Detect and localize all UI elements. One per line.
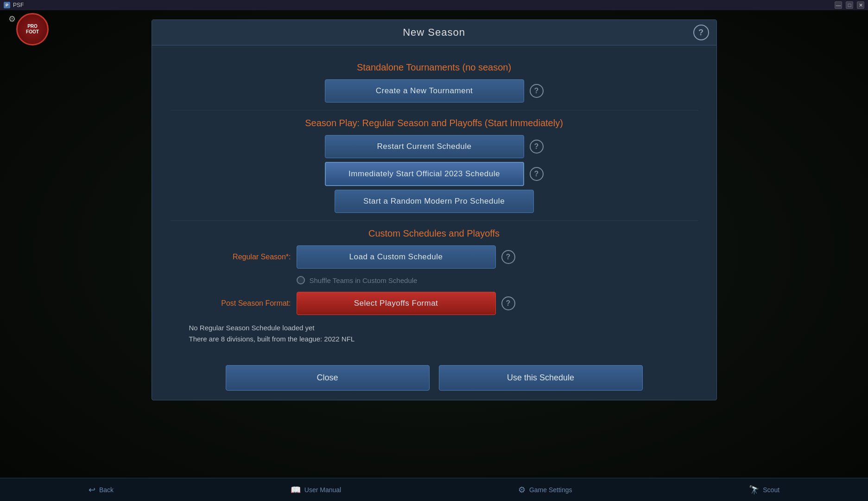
section-divider-2 (171, 220, 698, 221)
close-button[interactable]: ✕ (857, 1, 864, 9)
close-button[interactable]: Close (226, 365, 430, 391)
bottom-nav-back[interactable]: ↩ Back (89, 485, 114, 495)
select-playoffs-help-icon[interactable]: ? (501, 296, 515, 310)
official-2023-row: Immediately Start Official 2023 Schedule… (171, 162, 698, 186)
window-controls: — □ ✕ (835, 1, 864, 9)
custom-section-title: Custom Schedules and Playoffs (171, 228, 698, 239)
game-settings-icon: ⚙ (518, 485, 526, 495)
new-season-modal: New Season ? Standalone Tournaments (no … (152, 19, 717, 400)
modal-header: New Season ? (152, 20, 716, 45)
info-text-area: No Regular Season Schedule loaded yet Th… (171, 319, 698, 348)
back-label: Back (99, 486, 114, 494)
restart-schedule-help-icon[interactable]: ? (530, 140, 544, 154)
app-logo: PROFOOT (16, 13, 53, 45)
regular-season-label: Regular Season*: (198, 253, 291, 261)
official-2023-help-icon[interactable]: ? (530, 167, 544, 181)
select-playoffs-button[interactable]: Select Playoffs Format (297, 292, 496, 315)
shuffle-teams-radio[interactable] (297, 276, 305, 284)
post-season-label: Post Season Format: (198, 299, 291, 308)
app-title-area: P PSF (4, 2, 24, 8)
post-season-row: Post Season Format: Select Playoffs Form… (171, 292, 698, 315)
minimize-button[interactable]: — (835, 1, 842, 9)
load-custom-help-icon[interactable]: ? (501, 250, 515, 264)
standalone-section-title: Standalone Tournaments (no season) (171, 62, 698, 73)
random-schedule-row: Start a Random Modern Pro Schedule (171, 190, 698, 213)
create-tournament-button[interactable]: Create a New Tournament (325, 79, 524, 103)
shuffle-teams-row: Shuffle Teams in Custom Schedule (171, 272, 698, 288)
manual-icon: 📖 (291, 485, 301, 495)
app-icon: P (4, 2, 10, 8)
use-schedule-button[interactable]: Use this Schedule (439, 365, 643, 391)
bottom-navigation-bar: ↩ Back 📖 User Manual ⚙ Game Settings 🔭 S… (0, 478, 868, 501)
manual-label: User Manual (304, 486, 341, 494)
section-divider-1 (171, 110, 698, 110)
settings-icon[interactable]: ⚙ (8, 14, 16, 24)
modal-footer: Close Use this Schedule (152, 358, 716, 391)
official-2023-button[interactable]: Immediately Start Official 2023 Schedule (325, 162, 524, 186)
maximize-button[interactable]: □ (846, 1, 853, 9)
back-icon: ↩ (89, 485, 95, 495)
title-bar: P PSF — □ ✕ (0, 0, 868, 10)
app-title-text: PSF (13, 2, 24, 8)
create-tournament-help-icon[interactable]: ? (530, 84, 544, 98)
modal-body: Standalone Tournaments (no season) Creat… (152, 45, 716, 358)
modal-help-button[interactable]: ? (693, 25, 709, 40)
create-tournament-row: Create a New Tournament ? (171, 79, 698, 103)
info-text-line2: There are 8 divisions, built from the le… (189, 334, 679, 345)
bottom-nav-scout[interactable]: 🔭 Scout (749, 485, 779, 495)
game-settings-label: Game Settings (529, 486, 572, 494)
bottom-nav-user-manual[interactable]: 📖 User Manual (291, 485, 341, 495)
modal-title: New Season (403, 26, 465, 39)
shuffle-teams-label: Shuffle Teams in Custom Schedule (310, 276, 418, 284)
random-schedule-button[interactable]: Start a Random Modern Pro Schedule (335, 190, 534, 213)
load-custom-button[interactable]: Load a Custom Schedule (297, 245, 496, 269)
restart-schedule-row: Restart Current Schedule ? (171, 135, 698, 158)
scout-label: Scout (763, 486, 779, 494)
scout-icon: 🔭 (749, 485, 759, 495)
logo-circle: PROFOOT (16, 13, 49, 45)
restart-schedule-button[interactable]: Restart Current Schedule (325, 135, 524, 158)
info-text-line1: No Regular Season Schedule loaded yet (189, 322, 679, 334)
load-custom-row: Regular Season*: Load a Custom Schedule … (171, 245, 698, 269)
bottom-nav-game-settings[interactable]: ⚙ Game Settings (518, 485, 572, 495)
season-play-section-title: Season Play: Regular Season and Playoffs… (171, 118, 698, 128)
